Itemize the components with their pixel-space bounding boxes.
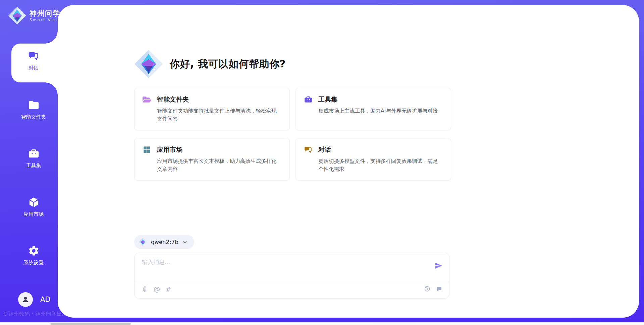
sidebar-item-settings[interactable]: 系统设置 [7, 245, 60, 266]
app-subtitle: Smart Vision [30, 18, 65, 22]
model-selector[interactable]: qwen2:7b [134, 235, 194, 249]
composer-divider [135, 282, 449, 282]
brand-diamond-icon [139, 238, 147, 246]
message-composer: @ # [134, 253, 449, 299]
card-description: 集成市场上主流工具，助力AI与外界无缝扩展与对接 [318, 107, 443, 115]
chevron-down-icon [182, 240, 187, 245]
sidebar-item-label: 系统设置 [23, 260, 44, 266]
card-app-market[interactable]: 应用市场 应用市场提供丰富长文本模板，助力高效生成多样化文章内容 [134, 138, 290, 181]
cube-icon [28, 196, 40, 208]
card-title: 对话 [318, 145, 331, 154]
sidebar-item-label: 工具集 [26, 162, 41, 169]
toolbox-icon [28, 148, 40, 159]
user-account[interactable]: AD [18, 292, 51, 307]
sidebar-item-app-market[interactable]: 应用市场 [7, 196, 60, 217]
history-icon[interactable] [424, 286, 431, 292]
greeting-block: 你好, 我可以如何帮助你? [134, 50, 286, 78]
card-toolset[interactable]: 工具集 集成市场上主流工具，助力AI与外界无缝扩展与对接 [296, 88, 451, 130]
sidebar-item-label: 应用市场 [23, 211, 44, 217]
message-input[interactable] [142, 258, 427, 279]
card-chat[interactable]: 对话 灵活切换多模型文件，支持多样回复效果调试，满足个性化需求 [296, 138, 451, 181]
model-name: qwen2:7b [151, 239, 178, 245]
attachment-icon[interactable] [141, 286, 148, 292]
sidebar-item-smart-folder[interactable]: 智能文件夹 [7, 99, 60, 120]
card-title: 应用市场 [157, 145, 182, 154]
copyright-footer: ©神州数码 · 神州问学出品 [3, 311, 67, 318]
grid-icon [143, 145, 151, 154]
app-logo: 神州问学 Smart Vision [8, 7, 65, 25]
send-icon[interactable] [434, 262, 442, 270]
feature-cards: 智能文件夹 智能文件夹功能支持批量文件上传与清洗，轻松实现文件问答 工具集 集成… [134, 88, 452, 181]
card-title: 工具集 [318, 95, 337, 104]
horizontal-scrollbar[interactable] [0, 322, 644, 325]
hashtag-icon[interactable]: # [166, 286, 171, 292]
sidebar-item-label: 对话 [29, 65, 39, 71]
chat-icon [304, 145, 313, 154]
sidebar-item-chat[interactable]: 对话 [7, 50, 60, 71]
avatar [18, 292, 33, 307]
sidebar-item-toolset[interactable]: 工具集 [7, 148, 60, 169]
card-description: 应用市场提供丰富长文本模板，助力高效生成多样化文章内容 [157, 157, 281, 173]
app-title: 神州问学 [30, 9, 65, 17]
gear-icon [28, 245, 40, 257]
chat-bubble-icon[interactable] [436, 286, 442, 292]
scrollbar-thumb[interactable] [50, 323, 131, 325]
mention-icon[interactable]: @ [154, 286, 160, 292]
brand-diamond-icon [8, 7, 26, 25]
user-label: AD [40, 296, 51, 304]
toolbox-icon [304, 95, 313, 104]
person-icon [21, 296, 30, 304]
folder-icon [28, 99, 40, 111]
card-description: 灵活切换多模型文件，支持多样回复效果调试，满足个性化需求 [318, 157, 443, 173]
card-smart-folder[interactable]: 智能文件夹 智能文件夹功能支持批量文件上传与清洗，轻松实现文件问答 [134, 88, 290, 130]
folder-open-icon [143, 95, 151, 104]
card-description: 智能文件夹功能支持批量文件上传与清洗，轻松实现文件问答 [157, 107, 281, 123]
chat-icon [28, 50, 40, 62]
card-title: 智能文件夹 [157, 95, 189, 104]
greeting-text: 你好, 我可以如何帮助你? [170, 57, 286, 71]
sidebar-item-label: 智能文件夹 [21, 114, 46, 120]
brand-diamond-icon [134, 50, 163, 78]
